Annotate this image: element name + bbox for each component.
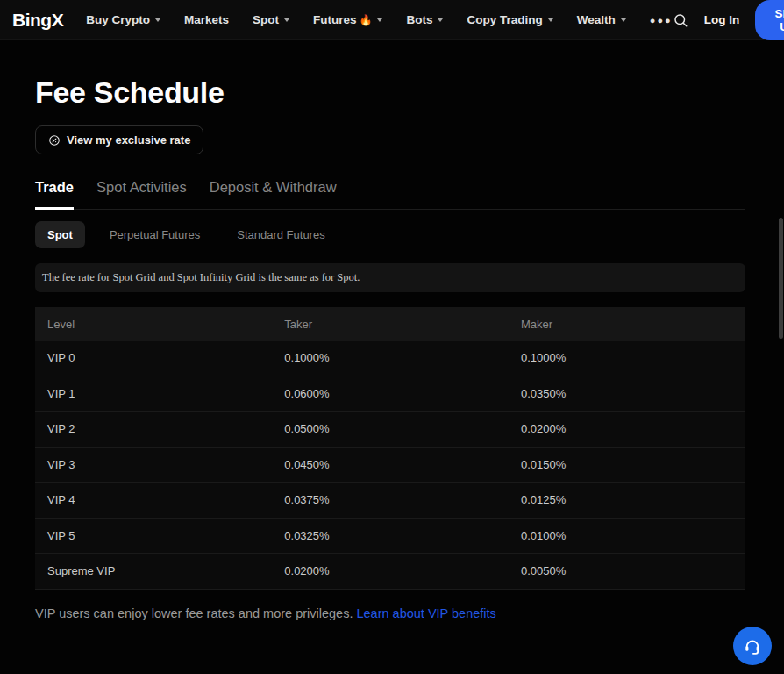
cell-maker: 0.0200% <box>521 422 745 435</box>
nav-item-spot[interactable]: Spot <box>253 13 289 26</box>
subtab-spot[interactable]: Spot <box>35 221 85 248</box>
nav-item-bots[interactable]: Bots <box>406 13 443 26</box>
chevron-down-icon <box>621 18 626 22</box>
footnote-text: VIP users can enjoy lower fee rates and … <box>35 606 353 620</box>
fee-table-body: VIP 0 0.1000% 0.1000% VIP 1 0.0600% 0.03… <box>35 341 745 590</box>
cell-level: VIP 3 <box>35 458 284 471</box>
column-header-taker: Taker <box>284 318 521 331</box>
nav-links: Buy Crypto Markets Spot Futures 🔥 Bots C… <box>86 13 673 26</box>
cell-taker: 0.0325% <box>284 529 521 542</box>
tab-bar: Trade Spot Activities Deposit & Withdraw <box>35 179 745 210</box>
fire-icon: 🔥 <box>359 14 372 26</box>
tab-spot-activities[interactable]: Spot Activities <box>96 179 187 210</box>
nav-item-copy-trading[interactable]: Copy Trading <box>467 13 552 26</box>
cell-level: VIP 1 <box>35 387 284 400</box>
cell-taker: 0.1000% <box>284 351 521 364</box>
main-content: Fee Schedule View my exclusive rate Trad… <box>0 75 784 620</box>
cell-maker: 0.0100% <box>521 529 745 542</box>
nav-item-markets[interactable]: Markets <box>184 13 229 26</box>
cell-taker: 0.0200% <box>284 564 521 577</box>
table-row: VIP 1 0.0600% 0.0350% <box>35 376 745 412</box>
table-row: VIP 0 0.1000% 0.1000% <box>35 341 745 376</box>
chevron-down-icon <box>377 18 382 22</box>
view-exclusive-rate-button[interactable]: View my exclusive rate <box>35 125 203 154</box>
cell-level: VIP 4 <box>35 493 284 506</box>
nav-right: Log In Sign Up <box>673 0 784 40</box>
column-header-maker: Maker <box>521 318 745 331</box>
cell-level: VIP 0 <box>35 351 284 364</box>
subtab-perpetual-futures[interactable]: Perpetual Futures <box>97 221 212 248</box>
page-title: Fee Schedule <box>35 75 745 110</box>
cell-maker: 0.0150% <box>521 458 745 471</box>
more-menu-icon[interactable]: ●●● <box>650 15 673 25</box>
log-in-button[interactable]: Log In <box>704 13 740 26</box>
cell-maker: 0.0050% <box>521 564 745 577</box>
fee-table: Level Taker Maker VIP 0 0.1000% 0.1000% … <box>35 307 745 590</box>
cell-taker: 0.0500% <box>284 422 521 435</box>
bingx-logo[interactable]: BingX <box>7 10 74 31</box>
tab-deposit-withdraw[interactable]: Deposit & Withdraw <box>210 179 337 210</box>
search-icon[interactable] <box>673 12 688 28</box>
percent-circle-icon <box>48 134 61 147</box>
cell-taker: 0.0375% <box>284 493 521 506</box>
vip-footnote: VIP users can enjoy lower fee rates and … <box>35 606 745 620</box>
cell-taker: 0.0450% <box>284 458 521 471</box>
nav-item-buy-crypto[interactable]: Buy Crypto <box>86 13 160 26</box>
fee-notice: The fee rate for Spot Grid and Spot Infi… <box>35 263 745 292</box>
chevron-down-icon <box>438 18 443 22</box>
table-row: VIP 5 0.0325% 0.0100% <box>35 519 745 555</box>
table-row: VIP 2 0.0500% 0.0200% <box>35 412 745 448</box>
cell-maker: 0.0350% <box>521 387 745 400</box>
table-row: VIP 3 0.0450% 0.0150% <box>35 448 745 484</box>
table-row: Supreme VIP 0.0200% 0.0050% <box>35 554 745 590</box>
top-nav: BingX Buy Crypto Markets Spot Futures 🔥 … <box>0 0 784 40</box>
table-row: VIP 4 0.0375% 0.0125% <box>35 483 745 519</box>
cell-level: VIP 2 <box>35 422 284 435</box>
subtab-bar: Spot Perpetual Futures Standard Futures <box>35 221 745 248</box>
tab-trade[interactable]: Trade <box>35 179 74 210</box>
fee-table-header: Level Taker Maker <box>35 307 745 341</box>
cell-maker: 0.0125% <box>521 493 745 506</box>
scrollbar-thumb[interactable] <box>779 218 783 339</box>
column-header-level: Level <box>35 318 284 331</box>
customer-support-button[interactable] <box>733 627 772 665</box>
chevron-down-icon <box>284 18 289 22</box>
chevron-down-icon <box>548 18 553 22</box>
cell-level: Supreme VIP <box>35 564 284 577</box>
cell-maker: 0.1000% <box>521 351 745 364</box>
cell-taker: 0.0600% <box>284 387 521 400</box>
sign-up-button[interactable]: Sign Up <box>755 0 784 40</box>
nav-item-futures[interactable]: Futures 🔥 <box>313 13 383 26</box>
chevron-down-icon <box>155 18 160 22</box>
learn-vip-benefits-link[interactable]: Learn about VIP benefits <box>356 606 495 620</box>
cell-level: VIP 5 <box>35 529 284 542</box>
headset-icon <box>743 636 762 656</box>
nav-item-wealth[interactable]: Wealth <box>577 13 626 26</box>
subtab-standard-futures[interactable]: Standard Futures <box>225 221 337 248</box>
